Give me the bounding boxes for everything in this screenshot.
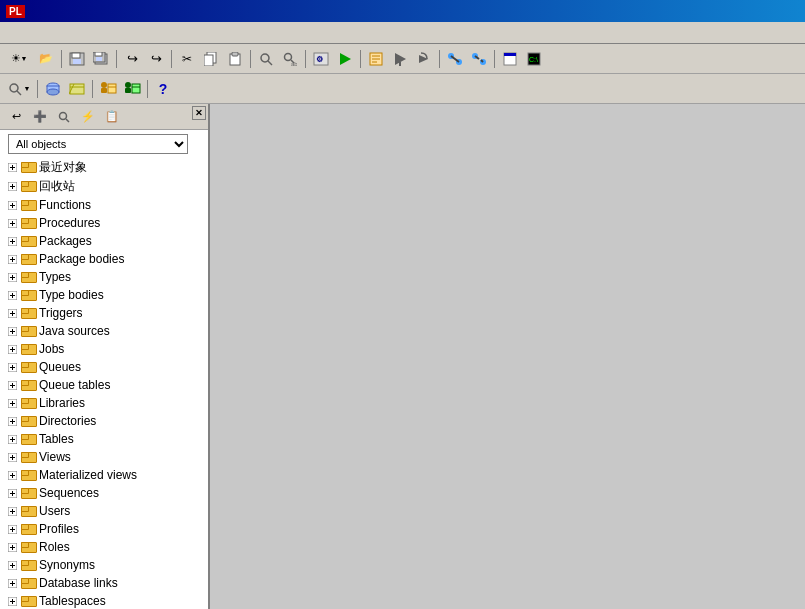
tree-item-type-bodies[interactable]: Type bodies [0, 286, 208, 304]
help-button[interactable]: ? [152, 78, 174, 100]
tree-item-triggers[interactable]: Triggers [0, 304, 208, 322]
tree-item-libraries[interactable]: Libraries [0, 394, 208, 412]
menu-report[interactable] [98, 31, 110, 35]
menu-session[interactable] [38, 31, 50, 35]
copy-button[interactable] [200, 48, 222, 70]
panel-close-btn[interactable]: ✕ [192, 106, 206, 120]
new-button[interactable]: ☀▼ [5, 48, 33, 70]
menu-macro[interactable] [74, 31, 86, 35]
expand-icon[interactable] [4, 449, 20, 465]
expand-icon[interactable] [4, 287, 20, 303]
expand-icon[interactable] [4, 521, 20, 537]
undo-button[interactable]: ↩ [121, 48, 143, 70]
expand-icon[interactable] [4, 233, 20, 249]
step-over-button[interactable] [413, 48, 435, 70]
expand-icon[interactable] [4, 485, 20, 501]
expand-icon[interactable] [4, 377, 20, 393]
find-replace-button[interactable]: ab [279, 48, 301, 70]
svg-point-13 [285, 53, 292, 60]
schema-btn-2[interactable] [66, 78, 88, 100]
tree-item-functions[interactable]: Functions [0, 196, 208, 214]
open-button[interactable]: 📂 [35, 48, 57, 70]
search-connection-button[interactable]: ▼ [5, 78, 33, 100]
expand-icon[interactable] [4, 503, 20, 519]
step-into-button[interactable] [389, 48, 411, 70]
cut-button[interactable]: ✂ [176, 48, 198, 70]
menu-project[interactable] [14, 31, 26, 35]
menu-tools[interactable] [62, 31, 74, 35]
disconnect-button[interactable] [468, 48, 490, 70]
execute-button[interactable] [334, 48, 356, 70]
tree-item-sequences[interactable]: Sequences [0, 484, 208, 502]
browser-button[interactable] [499, 48, 521, 70]
menu-window[interactable] [110, 31, 122, 35]
expand-icon[interactable] [4, 160, 20, 176]
tree-item-packages[interactable]: Packages [0, 232, 208, 250]
tree-item-materialized-views[interactable]: Materialized views [0, 466, 208, 484]
expand-icon[interactable] [4, 575, 20, 591]
expand-icon[interactable] [4, 539, 20, 555]
expand-icon[interactable] [4, 305, 20, 321]
tree-item-directories[interactable]: Directories [0, 412, 208, 430]
tree-item-package-bodies[interactable]: Package bodies [0, 250, 208, 268]
tree-item-database-links[interactable]: Database links [0, 574, 208, 592]
open-file-btn[interactable] [97, 78, 119, 100]
expand-icon[interactable] [4, 413, 20, 429]
tree-item-java-sources[interactable]: Java sources [0, 322, 208, 340]
tree-item-types[interactable]: Types [0, 268, 208, 286]
expand-icon[interactable] [4, 341, 20, 357]
tree-item-users[interactable]: Users [0, 502, 208, 520]
tree-item-queue-tables[interactable]: Queue tables [0, 376, 208, 394]
paste-button[interactable] [224, 48, 246, 70]
expand-icon[interactable] [4, 467, 20, 483]
panel-add-btn[interactable]: ➕ [29, 106, 51, 128]
command-button[interactable]: C:\ [523, 48, 545, 70]
expand-icon[interactable] [4, 179, 20, 195]
panel-action-btn[interactable]: ⚡ [77, 106, 99, 128]
tree-item-synonyms[interactable]: Synonyms [0, 556, 208, 574]
panel-search-btn[interactable] [53, 106, 75, 128]
connect-button[interactable] [444, 48, 466, 70]
tree-item-tablespaces[interactable]: Tablespaces [0, 592, 208, 609]
save-file-btn[interactable] [121, 78, 143, 100]
object-type-dropdown[interactable]: All objects [8, 134, 188, 154]
menu-debug[interactable] [50, 31, 62, 35]
expand-icon[interactable] [4, 395, 20, 411]
tree-item-profiles[interactable]: Profiles [0, 520, 208, 538]
svg-rect-42 [70, 84, 84, 94]
expand-icon[interactable] [4, 269, 20, 285]
folder-icon [20, 594, 36, 608]
expand-icon[interactable] [4, 323, 20, 339]
expand-icon[interactable] [4, 197, 20, 213]
menu-file[interactable] [2, 31, 14, 35]
find-button[interactable] [255, 48, 277, 70]
menu-help[interactable] [122, 31, 134, 35]
tree-item-jobs[interactable]: Jobs [0, 340, 208, 358]
menu-doc[interactable] [86, 31, 98, 35]
tree-item-roles[interactable]: Roles [0, 538, 208, 556]
expand-icon[interactable] [4, 431, 20, 447]
save-button[interactable] [66, 48, 88, 70]
tree-item-procedures[interactable]: Procedures [0, 214, 208, 232]
compile-button[interactable]: ⚙ [310, 48, 332, 70]
panel-copy-btn[interactable]: 📋 [101, 106, 123, 128]
tree-item-views[interactable]: Views [0, 448, 208, 466]
expand-icon[interactable] [4, 251, 20, 267]
explain-button[interactable] [365, 48, 387, 70]
expand-icon[interactable] [4, 359, 20, 375]
tree-item-tables[interactable]: Tables [0, 430, 208, 448]
title-bar-icon: PL [6, 5, 25, 18]
save-all-button[interactable] [90, 48, 112, 70]
redo-button[interactable]: ↪ [145, 48, 167, 70]
tree-item-label: Procedures [39, 216, 100, 230]
panel-back-btn[interactable]: ↩ [5, 106, 27, 128]
tree-item-queues[interactable]: Queues [0, 358, 208, 376]
sep-6 [360, 50, 361, 68]
expand-icon[interactable] [4, 215, 20, 231]
menu-edit[interactable] [26, 31, 38, 35]
expand-icon[interactable] [4, 557, 20, 573]
tree-item-回收站[interactable]: 回收站 [0, 177, 208, 196]
tree-item-最近对象[interactable]: 最近对象 [0, 158, 208, 177]
expand-icon[interactable] [4, 593, 20, 609]
schema-btn-1[interactable] [42, 78, 64, 100]
